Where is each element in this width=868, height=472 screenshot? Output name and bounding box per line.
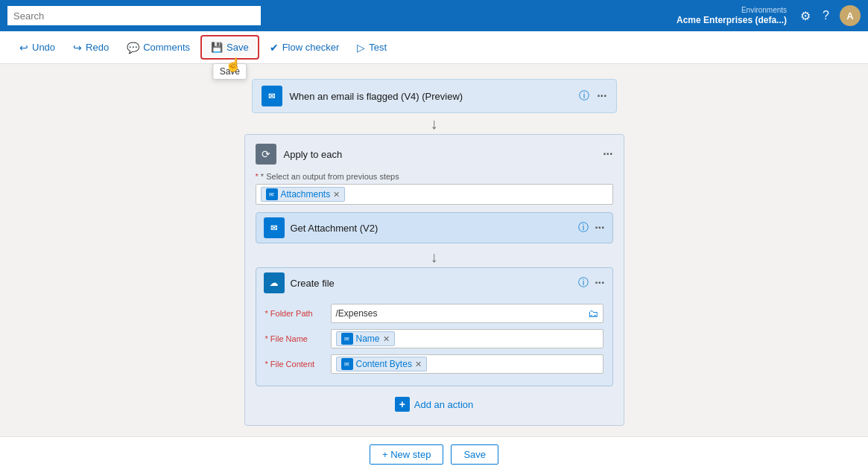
trigger-card: ✉ When an email is flagged (V4) (Preview… (252, 79, 617, 113)
loop-card: ⟳ Apply to each ··· * * Select an output… (244, 134, 624, 426)
comments-button[interactable]: 💬 Comments (119, 38, 197, 57)
file-name-tag-icon: ✉ (341, 333, 353, 345)
folder-path-row: * Folder Path /Expenses 🗂 (265, 304, 604, 323)
file-name-input[interactable]: ✉ Name ✕ (331, 329, 604, 348)
output-tag-input[interactable]: ✉ Attachments ✕ (256, 184, 613, 205)
trigger-help-icon[interactable]: ⓘ (579, 89, 589, 103)
add-action-wrapper: + Add an action (256, 392, 613, 416)
create-file-body: * Folder Path /Expenses 🗂 * File Name ✉ (256, 298, 612, 386)
comments-icon: 💬 (127, 42, 139, 54)
loop-title: Apply to each (284, 149, 596, 160)
settings-button[interactable]: ⚙ (796, 6, 815, 26)
top-bar-right: Environments Acme Enterprises (defa...) … (677, 5, 861, 27)
redo-button[interactable]: ↪ Redo (66, 38, 116, 57)
file-name-tag-remove[interactable]: ✕ (383, 334, 390, 344)
get-attachment-more-icon[interactable]: ··· (595, 221, 604, 235)
output-asterisk: * (256, 172, 261, 181)
file-content-tag-icon: ✉ (341, 358, 353, 370)
env-info: Environments Acme Enterprises (defa...) (677, 5, 787, 27)
undo-button[interactable]: ↩ Undo (12, 38, 63, 57)
bottom-save-button[interactable]: Save (451, 444, 498, 465)
arrow-1: ↓ (431, 116, 438, 131)
env-name: Acme Enterprises (defa...) (677, 15, 787, 27)
file-name-tag-text: Name (356, 334, 380, 344)
add-action-label: Add an action (414, 399, 474, 410)
create-file-header: ☁ Create file ⓘ ··· (256, 268, 612, 298)
action-bar: ↩ Undo ↪ Redo 💬 Comments 💾 Save Save ☝ ✔… (0, 31, 868, 64)
canvas: ✉ When an email is flagged (V4) (Preview… (0, 64, 868, 436)
folder-path-label: * Folder Path (265, 309, 325, 318)
save-icon: 💾 (211, 42, 223, 53)
avatar[interactable]: A (840, 5, 861, 26)
create-file-icon: ☁ (264, 272, 285, 293)
redo-label: Redo (86, 42, 109, 53)
file-name-row: * File Name ✉ Name ✕ (265, 329, 604, 348)
get-attachment-card: ✉ Get Attachment (V2) ⓘ ··· (256, 212, 613, 243)
save-btn-wrapper: 💾 Save Save ☝ (200, 35, 259, 60)
file-content-row: * File Content ✉ Content Bytes ✕ (265, 354, 604, 374)
new-step-button[interactable]: + New step (370, 444, 443, 465)
get-attachment-icon: ✉ (264, 217, 285, 238)
test-icon: ▷ (357, 42, 365, 54)
folder-browse-icon[interactable]: 🗂 (588, 307, 598, 319)
search-input[interactable] (7, 6, 261, 25)
save-button[interactable]: 💾 Save (203, 38, 256, 57)
create-file-card: ☁ Create file ⓘ ··· * Folder Path /Expen… (256, 267, 613, 386)
file-content-tag-text: Content Bytes (356, 359, 412, 369)
attachments-tag: ✉ Attachments ✕ (261, 187, 346, 202)
trigger-icon: ✉ (262, 86, 282, 106)
top-bar: Environments Acme Enterprises (defa...) … (0, 0, 868, 31)
redo-icon: ↪ (73, 42, 82, 54)
folder-path-value: /Expenses (336, 308, 378, 319)
output-label-text: * Select an output from previous steps (261, 172, 399, 181)
arrow-2: ↓ (256, 249, 613, 264)
file-content-tag-remove[interactable]: ✕ (415, 360, 422, 369)
loop-header: ⟳ Apply to each ··· (256, 144, 613, 165)
comments-label: Comments (143, 42, 190, 53)
trigger-card-header: ✉ When an email is flagged (V4) (Preview… (253, 80, 616, 112)
add-action-button[interactable]: + Add an action (387, 392, 481, 416)
flow-checker-icon: ✔ (270, 42, 279, 54)
bottom-bar: + New step Save (0, 436, 868, 472)
loop-more-icon[interactable]: ··· (603, 147, 612, 161)
undo-icon: ↩ (19, 42, 28, 54)
add-action-icon: + (395, 397, 410, 412)
trigger-more-icon[interactable]: ··· (597, 89, 606, 103)
test-label: Test (369, 42, 387, 53)
output-label: * * Select an output from previous steps (256, 172, 613, 181)
tag-outlook-icon: ✉ (266, 188, 278, 200)
env-label: Environments (741, 5, 787, 15)
get-attachment-title: Get Attachment (V2) (291, 223, 573, 234)
flow-checker-button[interactable]: ✔ Flow checker (262, 38, 347, 57)
tag-remove-icon[interactable]: ✕ (333, 190, 340, 200)
get-attachment-header: ✉ Get Attachment (V2) ⓘ ··· (256, 213, 612, 243)
file-content-label: * File Content (265, 360, 325, 369)
cursor-icon: ☝ (225, 57, 241, 73)
undo-label: Undo (32, 42, 55, 53)
trigger-title: When an email is flagged (V4) (Preview) (290, 91, 572, 102)
file-content-tag: ✉ Content Bytes ✕ (336, 357, 427, 371)
bottom-save-label: Save (463, 449, 486, 460)
help-button[interactable]: ? (818, 6, 834, 25)
new-step-label: + New step (382, 449, 431, 460)
create-file-help-icon[interactable]: ⓘ (578, 276, 589, 290)
flow-container: ✉ When an email is flagged (V4) (Preview… (211, 79, 658, 421)
get-attachment-help-icon[interactable]: ⓘ (578, 221, 589, 235)
tag-text: Attachments (281, 189, 331, 200)
file-name-label: * File Name (265, 334, 325, 343)
test-button[interactable]: ▷ Test (349, 38, 394, 57)
file-content-input[interactable]: ✉ Content Bytes ✕ (331, 354, 604, 374)
save-label: Save (226, 42, 249, 53)
create-file-title: Create file (291, 278, 573, 289)
create-file-more-icon[interactable]: ··· (595, 276, 604, 290)
file-name-tag: ✉ Name ✕ (336, 331, 395, 346)
folder-path-input[interactable]: /Expenses 🗂 (331, 304, 604, 323)
flow-checker-label: Flow checker (282, 42, 340, 53)
loop-icon: ⟳ (256, 144, 276, 165)
